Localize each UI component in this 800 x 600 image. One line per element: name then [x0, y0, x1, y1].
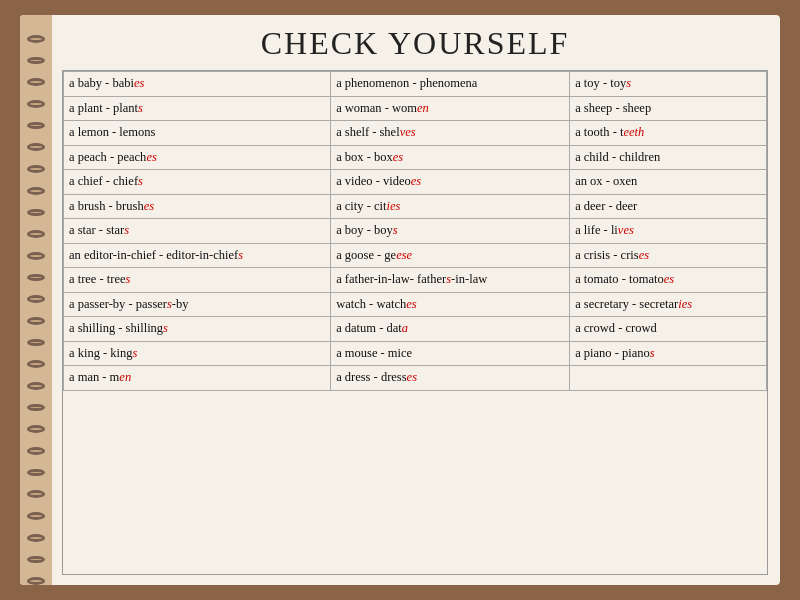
table-cell: a man - men	[64, 366, 331, 391]
spiral-ring	[27, 382, 45, 390]
plural-text: es	[144, 199, 154, 213]
plural-text: s	[626, 76, 631, 90]
table-cell: a tree - trees	[64, 268, 331, 293]
plural-text: ese	[396, 248, 412, 262]
spiral-ring	[27, 252, 45, 260]
table-cell: a datum - data	[331, 317, 570, 342]
table-cell: a crisis - crises	[570, 243, 767, 268]
spiral-ring	[27, 122, 45, 130]
table-cell: a deer - deer	[570, 194, 767, 219]
table-cell: a shelf - shelves	[331, 121, 570, 146]
notebook-content: CHECK YOURSELF a baby - babiesa phenomen…	[52, 15, 780, 585]
spiral-ring	[27, 577, 45, 585]
table-row: a tree - treesa father-in-law- fathers-i…	[64, 268, 767, 293]
table-cell: a father-in-law- fathers-in-law	[331, 268, 570, 293]
table-row: a lemon - lemonsa shelf - shelvesa tooth…	[64, 121, 767, 146]
table-cell: an editor-in-chief - editor-in-chiefs	[64, 243, 331, 268]
spiral-ring	[27, 425, 45, 433]
table-cell: a crowd - crowd	[570, 317, 767, 342]
table-cell: a video - videoes	[331, 170, 570, 195]
table-cell: a box - boxes	[331, 145, 570, 170]
table-row: a star - starsa boy - boysa life - lives	[64, 219, 767, 244]
table-cell: a goose - geese	[331, 243, 570, 268]
spiral-ring	[27, 490, 45, 498]
plural-text: en	[417, 101, 429, 115]
table-cell: a city - cities	[331, 194, 570, 219]
table-cell: a shilling - shillings	[64, 317, 331, 342]
spiral-ring	[27, 143, 45, 151]
table-cell	[570, 366, 767, 391]
table-row: a passer-by - passers-bywatch - watchesa…	[64, 292, 767, 317]
plural-text: ves	[618, 223, 634, 237]
table-cell: a king - kings	[64, 341, 331, 366]
spiral-ring	[27, 512, 45, 520]
plural-text: s	[138, 174, 143, 188]
table-cell: a phenomenon - phenomena	[331, 72, 570, 97]
table-row: a plant - plantsa woman - womena sheep -…	[64, 96, 767, 121]
table-row: a king - kingsa mouse - micea piano - pi…	[64, 341, 767, 366]
plural-text: es	[664, 272, 674, 286]
table-row: a brush - brushesa city - citiesa deer -…	[64, 194, 767, 219]
table-row: an editor-in-chief - editor-in-chiefsa g…	[64, 243, 767, 268]
table-cell: a lemon - lemons	[64, 121, 331, 146]
table-cell: a toy - toys	[570, 72, 767, 97]
notebook: CHECK YOURSELF a baby - babiesa phenomen…	[20, 15, 780, 585]
spiral-ring	[27, 534, 45, 542]
table-cell: a life - lives	[570, 219, 767, 244]
plural-text: s	[238, 248, 243, 262]
table-cell: a child - children	[570, 145, 767, 170]
plural-text: es	[411, 174, 421, 188]
spiral-ring	[27, 317, 45, 325]
table-cell: a plant - plants	[64, 96, 331, 121]
table-row: a man - mena dress - dresses	[64, 366, 767, 391]
table-cell: a woman - women	[331, 96, 570, 121]
spiral-ring	[27, 35, 45, 43]
spiral-ring	[27, 556, 45, 564]
plural-text: es	[639, 248, 649, 262]
spiral-ring	[27, 360, 45, 368]
page-title: CHECK YOURSELF	[62, 25, 768, 62]
plural-text: s	[650, 346, 655, 360]
vocabulary-table-container: a baby - babiesa phenomenon - phenomenaa…	[62, 70, 768, 575]
table-cell: a chief - chiefs	[64, 170, 331, 195]
table-cell: an ox - oxen	[570, 170, 767, 195]
table-cell: a peach - peaches	[64, 145, 331, 170]
plural-text: es	[407, 370, 417, 384]
spiral-ring	[27, 469, 45, 477]
table-row: a chief - chiefsa video - videoesan ox -…	[64, 170, 767, 195]
plural-text: s	[393, 223, 398, 237]
table-cell: a star - stars	[64, 219, 331, 244]
spiral-ring	[27, 100, 45, 108]
plural-text: ves	[400, 125, 416, 139]
plural-text: s	[163, 321, 168, 335]
plural-text: ies	[386, 199, 400, 213]
spiral-ring	[27, 165, 45, 173]
table-cell: a boy - boys	[331, 219, 570, 244]
spiral-ring	[27, 295, 45, 303]
spiral-ring	[27, 404, 45, 412]
table-cell: a sheep - sheep	[570, 96, 767, 121]
spiral-ring	[27, 274, 45, 282]
plural-text: es	[406, 297, 416, 311]
plural-text: eeth	[623, 125, 644, 139]
vocabulary-table: a baby - babiesa phenomenon - phenomenaa…	[63, 71, 767, 391]
table-cell: a passer-by - passers-by	[64, 292, 331, 317]
table-cell: a secretary - secretaries	[570, 292, 767, 317]
spiral-binding	[20, 15, 52, 585]
table-cell: a tooth - teeth	[570, 121, 767, 146]
plural-text: ies	[678, 297, 692, 311]
plural-text: es	[134, 76, 144, 90]
plural-text: s	[126, 272, 131, 286]
table-cell: watch - watches	[331, 292, 570, 317]
plural-text: es	[393, 150, 403, 164]
table-cell: a tomato - tomatoes	[570, 268, 767, 293]
table-cell: a dress - dresses	[331, 366, 570, 391]
table-cell: a brush - brushes	[64, 194, 331, 219]
spiral-ring	[27, 78, 45, 86]
spiral-ring	[27, 57, 45, 65]
plural-text: s	[133, 346, 138, 360]
plural-text: es	[146, 150, 156, 164]
plural-text: s	[138, 101, 143, 115]
table-row: a shilling - shillingsa datum - dataa cr…	[64, 317, 767, 342]
table-row: a peach - peachesa box - boxesa child - …	[64, 145, 767, 170]
